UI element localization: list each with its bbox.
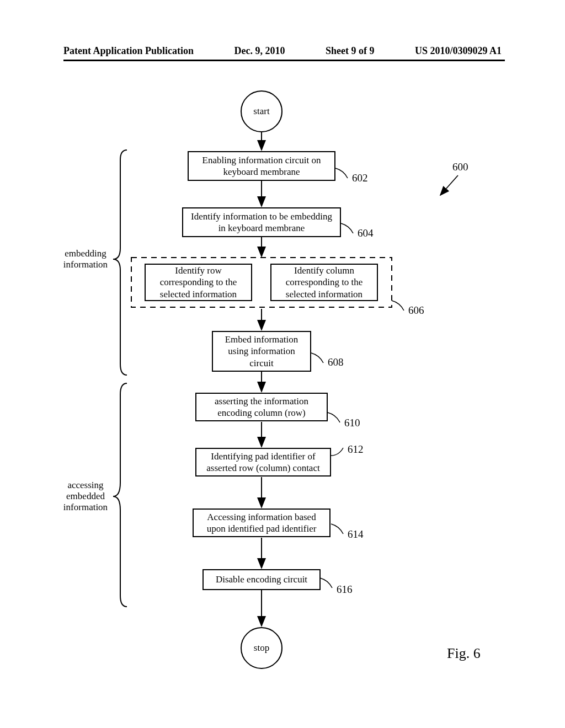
step-616-text: Disable encoding circuit — [216, 574, 307, 585]
step-604-text: Identify information to be embedding in … — [189, 211, 334, 234]
side-label-embedding: embedding information — [58, 248, 113, 270]
step-606a-text: Identify row corresponding to the select… — [151, 265, 246, 300]
svg-line-11 — [440, 175, 458, 195]
header-center-sheet: Sheet 9 of 9 — [326, 45, 375, 57]
step-602-text: Enabling information circuit on keyboard… — [194, 154, 329, 178]
page-header: Patent Application Publication Dec. 9, 2… — [0, 45, 565, 57]
flowchart-diagram: start Enabling information circuit on ke… — [0, 77, 565, 711]
step-612: Identifying pad identifier of asserted r… — [195, 448, 331, 477]
step-608: Embed information using information circ… — [212, 331, 311, 372]
start-label: start — [253, 106, 269, 117]
header-right: US 2010/0309029 A1 — [415, 45, 502, 57]
header-divider — [63, 60, 505, 61]
start-node: start — [241, 90, 282, 132]
step-606b: Identify column corresponding to the sel… — [270, 264, 378, 301]
stop-label: stop — [254, 643, 269, 654]
ref-604: 604 — [358, 227, 374, 239]
step-606b-text: Identify column corresponding to the sel… — [277, 265, 371, 300]
ref-602: 602 — [352, 172, 368, 184]
header-left: Patent Application Publication — [63, 45, 194, 57]
ref-600: 600 — [452, 161, 468, 173]
step-608-text: Embed information using information circ… — [218, 334, 305, 369]
step-612-text: Identifying pad identifier of asserted r… — [202, 451, 324, 474]
step-610: asserting the information encoding colum… — [195, 393, 328, 421]
ref-610: 610 — [344, 417, 360, 429]
stop-node: stop — [241, 627, 282, 669]
step-602: Enabling information circuit on keyboard… — [188, 151, 335, 181]
ref-616: 616 — [337, 584, 353, 596]
step-610-text: asserting the information encoding colum… — [202, 395, 321, 419]
step-604: Identify information to be embedding in … — [182, 207, 341, 237]
step-614: Accessing information based upon identif… — [193, 508, 331, 537]
ref-606: 606 — [408, 304, 424, 317]
step-606a: Identify row corresponding to the select… — [145, 264, 252, 301]
header-center-date: Dec. 9, 2010 — [234, 45, 285, 57]
ref-614: 614 — [348, 528, 364, 540]
ref-608: 608 — [328, 356, 344, 368]
step-614-text: Accessing information based upon identif… — [199, 511, 324, 535]
step-616: Disable encoding circuit — [202, 569, 321, 590]
side-label-accessing: accessing embedded information — [58, 480, 113, 513]
figure-label: Fig. 6 — [447, 645, 481, 662]
ref-612: 612 — [348, 443, 364, 456]
